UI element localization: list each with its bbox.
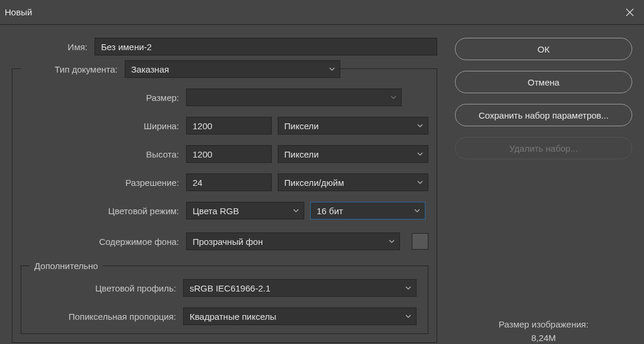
bg-content-row: Содержимое фона: Прозрачный фон: [21, 232, 428, 250]
close-icon[interactable]: [625, 8, 635, 17]
height-input[interactable]: [186, 145, 272, 163]
size-dropdown[interactable]: [186, 89, 402, 106]
doc-type-row: Тип документа: Заказная: [21, 60, 428, 78]
color-mode-row: Цветовой режим: Цвета RGB 16 бит: [21, 202, 428, 219]
height-row: Высота: Пиксели: [21, 145, 428, 163]
pixel-aspect-value: Квадратные пикселы: [190, 312, 277, 322]
titlebar: Новый: [0, 0, 644, 25]
color-profile-value: sRGB IEC61966-2.1: [190, 283, 271, 293]
advanced-fieldset: Дополнительно Цветовой профиль: sRGB IEC…: [21, 261, 428, 334]
chevron-down-icon: [391, 94, 396, 100]
color-mode-value: Цвета RGB: [193, 206, 239, 216]
form-column: Имя: Тип документа: Заказная Размер: Шир…: [12, 38, 437, 343]
pixel-aspect-dropdown[interactable]: Квадратные пикселы: [183, 307, 417, 325]
chevron-down-icon: [417, 179, 423, 185]
chevron-down-icon: [293, 208, 299, 214]
resolution-label: Разрешение:: [21, 178, 186, 188]
chevron-down-icon: [389, 238, 395, 244]
height-label: Высота:: [21, 149, 186, 159]
chevron-down-icon: [414, 208, 420, 214]
bg-content-label: Содержимое фона:: [21, 237, 186, 247]
cancel-button[interactable]: Отмена: [455, 71, 632, 93]
bit-depth-dropdown[interactable]: 16 бит: [310, 202, 425, 219]
titlebar-title: Новый: [5, 7, 32, 17]
name-label: Имя:: [12, 42, 95, 52]
doc-type-label: Тип документа:: [21, 64, 125, 74]
height-unit-dropdown[interactable]: Пиксели: [278, 145, 428, 163]
pixel-aspect-label: Попиксельная пропорция:: [30, 312, 183, 322]
width-unit-dropdown[interactable]: Пиксели: [278, 117, 428, 135]
name-input[interactable]: [95, 38, 437, 55]
height-unit-value: Пиксели: [284, 149, 318, 159]
size-label: Размер:: [21, 93, 186, 103]
bg-color-swatch[interactable]: [412, 233, 428, 250]
color-profile-row: Цветовой профиль: sRGB IEC61966-2.1: [30, 279, 419, 297]
advanced-legend: Дополнительно: [30, 261, 103, 271]
color-profile-dropdown[interactable]: sRGB IEC61966-2.1: [183, 279, 417, 297]
save-preset-button[interactable]: Сохранить набор параметров...: [455, 104, 632, 126]
chevron-down-icon: [417, 123, 423, 129]
width-label: Ширина:: [21, 121, 186, 131]
ok-button[interactable]: ОК: [455, 38, 632, 60]
doc-type-dropdown[interactable]: Заказная: [125, 60, 340, 78]
bit-depth-value: 16 бит: [317, 206, 343, 216]
size-row: Размер:: [21, 89, 428, 106]
bg-content-value: Прозрачный фон: [193, 237, 263, 247]
color-mode-label: Цветовой режим:: [21, 206, 186, 216]
width-row: Ширина: Пиксели: [21, 117, 428, 135]
button-column: ОК Отмена Сохранить набор параметров... …: [455, 38, 632, 343]
color-profile-label: Цветовой профиль:: [30, 283, 183, 293]
main-settings-group: Тип документа: Заказная Размер: Ширина:: [12, 68, 437, 343]
image-size-value: 8,24M: [455, 333, 632, 343]
image-size-label: Размер изображения:: [455, 319, 632, 329]
chevron-down-icon: [417, 151, 423, 157]
name-row: Имя:: [12, 38, 437, 55]
pixel-aspect-row: Попиксельная пропорция: Квадратные пиксе…: [30, 307, 419, 325]
width-input[interactable]: [186, 117, 272, 135]
doc-type-value: Заказная: [131, 64, 169, 74]
chevron-down-icon: [405, 285, 411, 291]
resolution-row: Разрешение: Пиксели/дюйм: [21, 173, 428, 191]
width-unit-value: Пиксели: [284, 121, 318, 131]
bg-content-dropdown[interactable]: Прозрачный фон: [186, 232, 400, 250]
resolution-unit-dropdown[interactable]: Пиксели/дюйм: [278, 173, 428, 191]
image-size-info: Размер изображения: 8,24M: [455, 219, 632, 343]
chevron-down-icon: [405, 313, 411, 319]
chevron-down-icon: [329, 66, 335, 72]
dialog-content: Имя: Тип документа: Заказная Размер: Шир…: [0, 25, 644, 344]
delete-preset-button: Удалить набор...: [455, 137, 632, 159]
resolution-input[interactable]: [186, 173, 272, 191]
resolution-unit-value: Пиксели/дюйм: [284, 178, 344, 188]
color-mode-dropdown[interactable]: Цвета RGB: [186, 202, 304, 219]
